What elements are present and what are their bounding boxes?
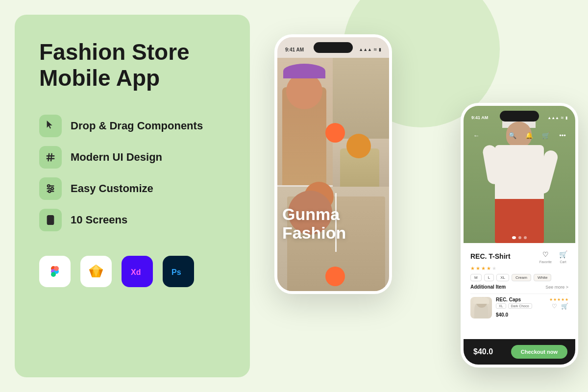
phone-1-time: 9:41 AM <box>285 47 304 52</box>
orange-dot-2 <box>325 267 345 286</box>
back-button[interactable]: ← <box>470 129 482 141</box>
svg-point-15 <box>51 272 56 277</box>
brand-name-line2: Fashion <box>282 224 346 242</box>
see-more-link[interactable]: See more > <box>545 285 568 290</box>
product-name: REC. T-Shirt <box>470 252 511 260</box>
star-4: ★ <box>487 266 491 271</box>
signal-icon-2: ▲▲▲ <box>547 116 559 120</box>
accessory-tags: XL Dark Choco <box>496 303 532 309</box>
feature-customize-label: Easy Customize <box>71 182 153 195</box>
app-title: Fashion Store Mobile App <box>39 39 230 91</box>
favorite-action[interactable]: ♡ Favorite <box>539 249 552 264</box>
acc-star-4: ★ <box>561 297 564 302</box>
additional-title: Additional Item <box>470 284 506 290</box>
accessory-info: REC. Caps ★ ★ ★ ★ ★ XL Dark Choco <box>496 297 568 318</box>
product-actions: ♡ Favorite 🛒 Cart <box>539 249 568 264</box>
sliders-icon-wrap <box>39 177 62 200</box>
star-3: ★ <box>481 266 486 271</box>
feature-customize: Easy Customize <box>39 177 230 200</box>
mobile-icon <box>45 215 56 225</box>
accessory-actions[interactable]: ♡ 🛒 <box>552 303 568 310</box>
heart-icon[interactable]: ♡ <box>540 249 551 260</box>
signal-icon: ▲▲▲ <box>359 47 372 52</box>
cursor-icon <box>45 121 56 131</box>
cart-icon[interactable]: 🛒 <box>540 129 552 141</box>
battery-icon-2: ▮ <box>565 116 567 120</box>
svg-point-5 <box>49 190 51 193</box>
acc-star-1: ★ <box>549 297 553 302</box>
acc-star-2: ★ <box>553 297 557 302</box>
svg-point-3 <box>48 185 50 187</box>
checkout-price: $40.0 <box>473 347 493 356</box>
phone-1-notch <box>314 42 353 53</box>
feature-ui-label: Modern UI Design <box>71 151 162 164</box>
wifi-icon: ≋ <box>373 47 377 52</box>
acc-color-dark[interactable]: Dark Choco <box>508 303 532 309</box>
product-rating: ★ ★ ★ ★ ★ <box>470 266 568 271</box>
phone-2-nav[interactable]: ← 🔍 🔔 🛒 ••• <box>464 125 575 145</box>
accessory-name: REC. Caps <box>496 297 521 302</box>
phones-container: 9:41 AM ▲▲▲ ≋ ▮ <box>265 15 578 377</box>
more-icon[interactable]: ••• <box>557 129 568 141</box>
phone-2-time: 9:41 AM <box>471 115 488 120</box>
accessory-price: $40.0 <box>496 312 508 318</box>
sliders-icon <box>45 183 56 194</box>
tools-row: Xd Ps <box>39 256 230 287</box>
dot-1 <box>512 236 516 239</box>
product-title-row: REC. T-Shirt ♡ Favorite 🛒 Cart <box>470 249 568 264</box>
features-list: Drop & Drag Components Modern UI Design <box>39 115 230 231</box>
color-white[interactable]: White <box>534 274 551 281</box>
phone-1-status-icons: ▲▲▲ ≋ ▮ <box>359 47 381 52</box>
carousel-dots <box>512 236 527 239</box>
additional-section-header: Additional Item See more > <box>470 284 568 290</box>
product-section: REC. T-Shirt ♡ Favorite 🛒 Cart ★ ★ ★ ★ <box>464 243 575 325</box>
svg-point-4 <box>51 187 53 190</box>
orange-dot-1 <box>325 123 345 143</box>
collage-mid-right <box>333 139 389 188</box>
figma-tool <box>39 256 71 287</box>
left-panel: Fashion Store Mobile App Drop & Drag Com… <box>15 15 250 377</box>
acc-size-xl[interactable]: XL <box>496 303 506 309</box>
checkout-button[interactable]: Checkout now <box>511 345 567 359</box>
sketch-icon <box>86 262 106 281</box>
phone-2-status: 9:41 AM ▲▲▲ ≋ ▮ <box>464 106 575 125</box>
favorite-label: Favorite <box>539 260 552 264</box>
acc-star-3: ★ <box>557 297 561 302</box>
feature-screens: 10 Screens <box>39 209 230 231</box>
svg-text:Xd: Xd <box>131 268 141 276</box>
size-m[interactable]: M <box>470 274 482 281</box>
acc-heart-icon[interactable]: ♡ <box>552 303 557 310</box>
accessory-item: REC. Caps ★ ★ ★ ★ ★ XL Dark Choco <box>470 294 568 321</box>
model-shirt <box>495 145 544 204</box>
dot-2 <box>518 236 521 239</box>
accessory-rating: ★ ★ ★ ★ ★ <box>549 297 568 302</box>
collage-top-left <box>277 58 334 185</box>
cart-action-icon[interactable]: 🛒 <box>558 249 568 260</box>
feature-ui: Modern UI Design <box>39 146 230 169</box>
brand-name-line1: Gunma <box>282 205 346 223</box>
color-cream[interactable]: Cream <box>512 274 531 281</box>
sketch-tool <box>80 256 112 287</box>
phone-2-status-icons: ▲▲▲ ≋ ▮ <box>547 116 567 120</box>
ps-tool: Ps <box>163 256 194 287</box>
hash-icon <box>45 152 56 163</box>
search-icon[interactable]: 🔍 <box>507 129 518 141</box>
size-l[interactable]: L <box>484 274 494 281</box>
cart-action[interactable]: 🛒 Cart <box>558 249 568 264</box>
phone-2-header: 9:41 AM ▲▲▲ ≋ ▮ ← 🔍 🔔 🛒 ••• <box>464 106 575 243</box>
phone-2-mockup: 9:41 AM ▲▲▲ ≋ ▮ ← 🔍 🔔 🛒 ••• <box>461 103 578 368</box>
acc-cart-icon[interactable]: 🛒 <box>561 303 568 310</box>
xd-icon: Xd <box>127 262 147 281</box>
star-5: ★ <box>492 266 496 271</box>
hash-icon-wrap <box>39 146 62 169</box>
acc-star-5: ★ <box>565 297 568 302</box>
xd-tool: Xd <box>122 256 153 287</box>
size-color-tags: M L XL Cream White <box>470 274 568 281</box>
bell-icon[interactable]: 🔔 <box>523 129 535 141</box>
size-xl[interactable]: XL <box>496 274 509 281</box>
drag-icon-wrap <box>39 115 62 137</box>
figma-icon <box>47 264 63 279</box>
svg-point-16 <box>54 266 59 271</box>
wifi-icon-2: ≋ <box>561 116 564 120</box>
accessory-thumbnail <box>470 297 492 318</box>
